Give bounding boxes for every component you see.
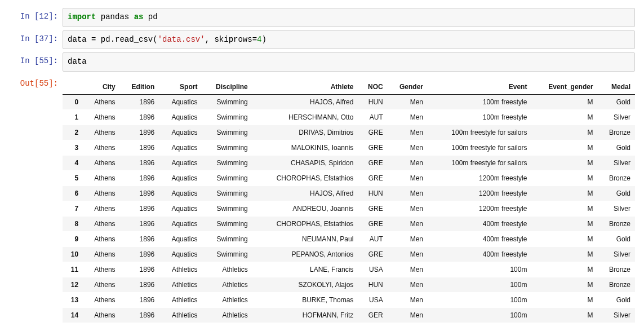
cell: 1896 (120, 109, 159, 125)
index-corner (63, 80, 83, 95)
cell: Men (388, 140, 428, 155)
cell: Athens (83, 307, 120, 323)
cell: Athens (83, 246, 120, 262)
code-cell[interactable]: In [12]: import pandas as pd (9, 8, 635, 27)
cell: ANDREOU, Joannis (252, 201, 358, 216)
dataframe-output: City Edition Sport Discipline Athlete NO… (63, 80, 635, 323)
cell: M (531, 292, 597, 307)
cell: GER (358, 307, 387, 323)
column-header: Medal (598, 80, 635, 95)
cell: HUN (358, 186, 387, 201)
cell: 1896 (120, 201, 159, 216)
cell: Men (388, 292, 428, 307)
cell: Men (388, 201, 428, 216)
table-row: 11Athens1896AthleticsAthleticsLANE, Fran… (63, 262, 635, 277)
cell: HAJOS, Alfred (252, 94, 358, 109)
cell: Swimming (202, 231, 252, 246)
cell: M (531, 277, 597, 292)
column-header: Discipline (202, 80, 252, 95)
cell: Athletics (159, 292, 202, 307)
code-cell[interactable]: In [55]: data (9, 52, 635, 72)
cell: M (531, 186, 597, 201)
cell: Bronze (598, 277, 635, 292)
cell: Silver (598, 246, 635, 262)
cell: Athens (83, 262, 120, 277)
in-prompt: In [55]: (9, 52, 63, 70)
row-index: 5 (63, 170, 83, 186)
cell: 400m freestyle (428, 231, 531, 246)
code-input[interactable]: data = pd.read_csv('data.csv', skiprows=… (63, 30, 635, 50)
cell: Men (388, 307, 428, 323)
in-prompt: In [37]: (9, 30, 63, 48)
cell: 100m freestyle (428, 94, 531, 109)
cell: 100m (428, 307, 531, 323)
code-input[interactable]: import pandas as pd (63, 8, 635, 27)
row-index: 2 (63, 125, 83, 140)
cell: Athens (83, 155, 120, 170)
cell: Athens (83, 109, 120, 125)
code-input[interactable]: data (63, 52, 635, 72)
cell: Aquatics (159, 170, 202, 186)
cell: Athens (83, 231, 120, 246)
cell: Swimming (202, 201, 252, 216)
in-prompt: In [12]: (9, 8, 63, 26)
table-row: 10Athens1896AquaticsSwimmingPEPANOS, Ant… (63, 246, 635, 262)
cell: HAJOS, Alfred (252, 186, 358, 201)
table-row: 13Athens1896AthleticsAthleticsBURKE, Tho… (63, 292, 635, 307)
cell: 1896 (120, 246, 159, 262)
notebook: In [12]: import pandas as pd In [37]: da… (0, 0, 644, 330)
row-index: 11 (63, 262, 83, 277)
cell: Aquatics (159, 246, 202, 262)
cell: Men (388, 231, 428, 246)
output-cell: Out[55]: City Edition Sport Discipline A… (9, 75, 635, 323)
dataframe-table: City Edition Sport Discipline Athlete NO… (63, 80, 635, 323)
cell: HUN (358, 94, 387, 109)
cell: Silver (598, 155, 635, 170)
cell: HERSCHMANN, Otto (252, 109, 358, 125)
cell: Athens (83, 216, 120, 231)
cell: GRE (358, 246, 387, 262)
cell: Bronze (598, 262, 635, 277)
cell: PEPANOS, Antonios (252, 246, 358, 262)
cell: CHOROPHAS, Efstathios (252, 170, 358, 186)
cell: Aquatics (159, 109, 202, 125)
cell: 1896 (120, 186, 159, 201)
column-header: Gender (388, 80, 428, 95)
cell: Aquatics (159, 216, 202, 231)
cell: HOFMANN, Fritz (252, 307, 358, 323)
cell: Gold (598, 94, 635, 109)
code-cell[interactable]: In [37]: data = pd.read_csv('data.csv', … (9, 30, 635, 50)
cell: Athens (83, 140, 120, 155)
cell: Athens (83, 94, 120, 109)
cell: 1896 (120, 94, 159, 109)
cell: Bronze (598, 170, 635, 186)
cell: 100m freestyle for sailors (428, 125, 531, 140)
column-header: Edition (120, 80, 159, 95)
table-row: 0Athens1896AquaticsSwimmingHAJOS, Alfred… (63, 94, 635, 109)
table-row: 8Athens1896AquaticsSwimmingCHOROPHAS, Ef… (63, 216, 635, 231)
cell: Gold (598, 140, 635, 155)
cell: Men (388, 170, 428, 186)
cell: 400m freestyle (428, 216, 531, 231)
cell: Athletics (202, 292, 252, 307)
cell: Athens (83, 277, 120, 292)
cell: AUT (358, 231, 387, 246)
cell: BURKE, Thomas (252, 292, 358, 307)
row-index: 7 (63, 201, 83, 216)
column-header: City (83, 80, 120, 95)
cell: 1896 (120, 155, 159, 170)
cell: Swimming (202, 155, 252, 170)
cell: 1896 (120, 231, 159, 246)
row-index: 4 (63, 155, 83, 170)
cell: Swimming (202, 170, 252, 186)
row-index: 1 (63, 109, 83, 125)
cell: Bronze (598, 216, 635, 231)
cell: Aquatics (159, 186, 202, 201)
cell: Bronze (598, 125, 635, 140)
cell: Aquatics (159, 155, 202, 170)
cell: Men (388, 262, 428, 277)
cell: M (531, 307, 597, 323)
cell: GRE (358, 170, 387, 186)
cell: M (531, 231, 597, 246)
cell: 1896 (120, 170, 159, 186)
